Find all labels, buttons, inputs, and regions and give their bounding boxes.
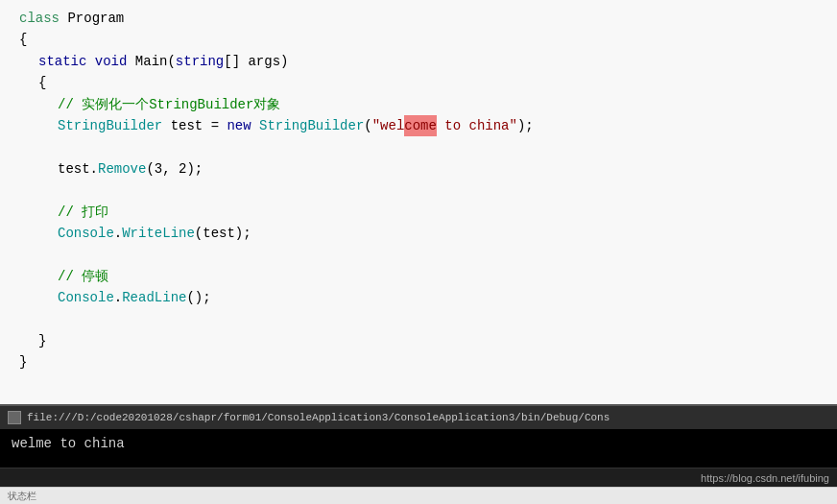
console-titlebar: file:///D:/code20201028/cshapr/form01/Co…: [0, 406, 837, 429]
code-line-13: // 停顿: [58, 266, 818, 287]
method-remove: Remove: [98, 158, 146, 180]
readline-args: ();: [186, 287, 210, 308]
keyword-class: class: [19, 8, 67, 29]
code-line-15-blank: [19, 308, 818, 329]
kw-string: string: [176, 51, 224, 72]
console-bottom-bar: https://blog.csdn.net/ifubing: [0, 468, 837, 487]
assign-op: =: [211, 115, 227, 136]
dot-1: .: [114, 223, 122, 244]
console-path: file:///D:/code20201028/cshapr/form01/Co…: [27, 412, 610, 423]
code-line-3: static void Main(string[] args): [38, 51, 818, 72]
code-editor: class Program { static void Main(string[…: [0, 0, 837, 404]
comment-print: // 打印: [58, 202, 108, 223]
code-line-8: test.Remove(3, 2);: [58, 158, 818, 180]
kw-new: new: [227, 115, 259, 136]
statusbar-text: 状态栏: [8, 490, 36, 503]
writeline-args: (test);: [195, 223, 251, 244]
code-line-1: class Program: [19, 8, 818, 29]
console-class-1: Console: [58, 223, 114, 244]
main-container: class Program { static void Main(string[…: [0, 0, 837, 504]
code-line-16: }: [38, 330, 818, 351]
new-stringbuilder: StringBuilder: [259, 115, 364, 136]
console-output-area: welme to china: [0, 429, 837, 468]
brace-open: {: [19, 29, 27, 50]
method-main: Main(: [135, 51, 176, 72]
brace-inner-open: {: [38, 72, 46, 93]
paren-open: (: [364, 115, 371, 136]
dot-2: .: [114, 287, 122, 308]
code-line-5: // 实例化一个StringBuilder对象: [58, 94, 818, 115]
kw-void: void: [95, 51, 135, 72]
code-line-7-blank: [19, 136, 818, 157]
code-line-12-blank: [19, 244, 818, 265]
console-output-text: welme to china: [12, 436, 125, 451]
code-line-10: // 打印: [58, 202, 818, 223]
code-line-9-blank: [19, 180, 818, 201]
main-args: [] args): [224, 51, 288, 72]
var-test: test: [171, 115, 211, 136]
code-line-2: {: [19, 29, 818, 50]
console-window-icon: [8, 411, 21, 424]
method-readline: ReadLine: [122, 287, 186, 308]
string-post: to china": [437, 115, 517, 136]
code-content: class Program { static void Main(string[…: [0, 0, 837, 381]
status-url[interactable]: https://blog.csdn.net/ifubing: [701, 472, 829, 484]
console-panel: file:///D:/code20201028/cshapr/form01/Co…: [0, 404, 837, 487]
comment-1: // 实例化一个StringBuilder对象: [58, 94, 280, 115]
code-line-17: }: [19, 351, 818, 372]
test-remove: test.: [58, 158, 98, 180]
code-line-11: Console.WriteLine(test);: [58, 223, 818, 244]
code-line-6: StringBuilder test = new StringBuilder("…: [58, 115, 818, 136]
string-pre: "wel: [372, 115, 405, 136]
class-stringbuilder: StringBuilder: [58, 115, 171, 136]
bottom-statusbar: 状态栏: [0, 487, 837, 504]
console-class-2: Console: [58, 287, 114, 308]
remove-args: (3, 2);: [146, 158, 203, 180]
method-writeline: WriteLine: [122, 223, 195, 244]
brace-inner-close: }: [38, 330, 46, 351]
code-line-14: Console.ReadLine();: [58, 287, 818, 308]
code-line-4: {: [38, 72, 818, 93]
brace-outer-close: }: [19, 351, 27, 372]
paren-close-semi: );: [517, 115, 534, 136]
class-name-text: Program: [67, 8, 124, 29]
kw-static: static: [38, 51, 95, 72]
string-highlighted: come: [404, 115, 437, 136]
comment-pause: // 停顿: [58, 266, 108, 287]
